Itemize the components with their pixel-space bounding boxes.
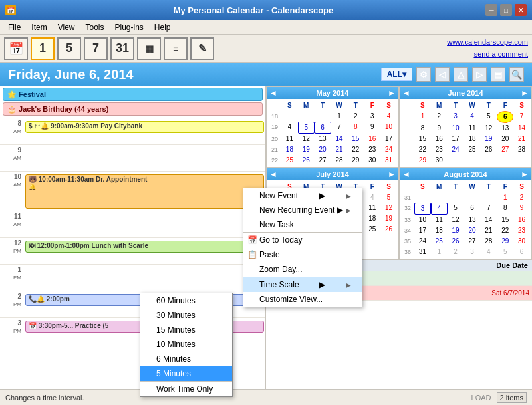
header-controls: ALL▾ ⚙ ◁ △ ▷ ▤ 🔍 — [381, 67, 524, 82]
sub-60min[interactable]: 60 Minutes — [140, 293, 232, 308]
ctx-zoom-day[interactable]: Zoom Day... — [243, 262, 362, 277]
time-row-9am: 9AM — [0, 145, 265, 172]
may-prev-btn[interactable]: ◄ — [267, 88, 280, 98]
mini-cal-july-header: ◄ July 2014 ► — [267, 168, 398, 180]
all-button[interactable]: ALL▾ — [381, 68, 412, 81]
ctx-new-task[interactable]: New Task — [243, 217, 362, 232]
menu-help[interactable]: Help — [149, 21, 176, 33]
ctx-goto-today[interactable]: 📅 Go to Today — [243, 232, 362, 247]
toolbar-grid[interactable]: ▦ — [137, 37, 161, 60]
may-row-21: 21 18 19 20 21 22 23 24 — [268, 144, 397, 155]
sub-6min[interactable]: 6 Minutes — [140, 352, 232, 366]
window-controls: ─ □ ✕ — [485, 4, 527, 16]
sub-10min[interactable]: 10 Minutes — [140, 337, 232, 352]
toolbar-month[interactable]: 31 — [110, 37, 134, 60]
june-title: June 2014 — [413, 89, 518, 97]
current-date: Friday, June 6, 2014 — [8, 67, 134, 82]
june-row-2: 8 9 10 11 12 13 14 — [401, 123, 530, 134]
website-link[interactable]: www.calendarscope.com — [447, 37, 528, 49]
festival-event[interactable]: 🌟 Festival — [3, 88, 263, 101]
today-cell[interactable]: 6 — [497, 111, 513, 123]
july-next-btn[interactable]: ► — [385, 170, 398, 179]
june-prev-btn[interactable]: ◄ — [400, 88, 413, 98]
menu-view[interactable]: View — [53, 21, 80, 33]
sub-5min[interactable]: 5 Minutes — [140, 366, 232, 381]
mini-cal-june-header: ◄ June 2014 ► — [400, 87, 531, 99]
mini-cal-may-header: ◄ May 2014 ► — [267, 87, 398, 99]
toolbar-day1[interactable]: 1 — [31, 37, 55, 60]
titlebar: 📅 My Personal Calendar - Calendarscope ─… — [0, 0, 532, 20]
ctx-new-recurring[interactable]: New Recurring Event ▶ — [243, 203, 362, 217]
date-header: Friday, June 6, 2014 ALL▾ ⚙ ◁ △ ▷ ▤ 🔍 — [0, 63, 532, 86]
time-row-11am: 11AM — [0, 211, 265, 238]
ctx-time-scale[interactable]: Time Scale ▶ — [243, 277, 362, 292]
task-due-backup: Sat 6/7/2014 — [476, 289, 529, 297]
maximize-button[interactable]: □ — [500, 4, 512, 16]
may-grid: S M T W T F S 18 1 2 — [267, 99, 398, 167]
time-row-12pm: 12PM 🍽 12:00pm-1:00pm Lunch with Scarle — [0, 238, 265, 265]
all-day-events: 🌟 Festival 🎂 Jack's Birthday (44 years) — [0, 86, 265, 118]
menu-file[interactable]: File — [3, 21, 26, 33]
ctx-new-event[interactable]: New Event ▶ — [243, 188, 362, 203]
toolbar-today[interactable]: 📅 — [4, 37, 28, 60]
time-content-10: 🐻 10:00am-11:30am Dr. Appointment🔔 — [24, 172, 265, 211]
goto-icon: 📅 — [247, 235, 257, 245]
june-next-btn[interactable]: ► — [518, 88, 531, 98]
time-content-11 — [24, 211, 265, 237]
timescale-submenu: 60 Minutes 30 Minutes 15 Minutes 10 Minu… — [140, 293, 233, 397]
toolbar-edit[interactable]: ✎ — [190, 37, 214, 60]
menu-item[interactable]: Item — [26, 21, 52, 33]
aug-grid: S M T W T F S 31 — [400, 180, 531, 259]
paste-icon: 📋 — [247, 250, 257, 259]
june-row-3: 15 16 17 18 19 20 21 — [401, 134, 530, 144]
june-header-row: S M T W T F S — [401, 100, 530, 111]
nav-icon-btn[interactable]: △ — [454, 67, 468, 82]
prev-icon-btn[interactable]: ◁ — [435, 67, 450, 82]
dr-appointment-event[interactable]: 🐻 10:00am-11:30am Dr. Appointment🔔 — [25, 174, 264, 209]
time-label-10: 10AM — [0, 172, 24, 211]
july-prev-btn[interactable]: ◄ — [267, 170, 280, 179]
minimize-button[interactable]: ─ — [485, 4, 497, 16]
settings-icon-btn[interactable]: ⚙ — [416, 67, 431, 82]
items-count: 2 items — [497, 392, 527, 403]
may-header-row: S M T W T F S — [268, 100, 397, 111]
ctx-paste[interactable]: 📋 Paste — [243, 247, 362, 262]
june-row-4: 22 23 24 25 26 27 28 — [401, 144, 530, 155]
logo-text: LOAD — [471, 394, 491, 402]
may-next-btn[interactable]: ► — [385, 88, 398, 98]
close-button[interactable]: ✕ — [515, 4, 527, 16]
aug-title: August 2014 — [413, 170, 518, 178]
toolbar-list[interactable]: ≡ — [164, 37, 188, 60]
pay-event[interactable]: $ ↑↑🔔 9:00am-9:30am Pay Citybank — [25, 121, 264, 133]
time-content-9 — [24, 145, 265, 171]
search-icon-btn[interactable]: 🔍 — [509, 67, 524, 82]
lunch-event[interactable]: 🍽 12:00pm-1:00pm Lunch with Scarle — [25, 241, 264, 253]
view-icon-btn[interactable]: ▤ — [491, 67, 505, 82]
toolbar-links: www.calendarscope.com send a comment — [447, 37, 528, 60]
sub-30min[interactable]: 30 Minutes — [140, 308, 232, 323]
mini-cal-may: ◄ May 2014 ► S M T W T F S — [266, 86, 399, 168]
menu-plugins[interactable]: Plug-ins — [110, 21, 149, 33]
time-label-9: 9AM — [0, 145, 24, 171]
time-label-8: 8AM — [0, 118, 24, 144]
toolbar-day7[interactable]: 7 — [84, 37, 108, 60]
aug-prev-btn[interactable]: ◄ — [400, 170, 413, 179]
mini-cal-june: ◄ June 2014 ► S M T W T F S — [399, 86, 532, 168]
time-row-1pm: 1PM — [0, 265, 265, 291]
time-row-10am: 10AM 🐻 10:00am-11:30am Dr. Appointment🔔 — [0, 172, 265, 211]
comment-link[interactable]: send a comment — [447, 49, 528, 61]
time-label-3: 3PM — [0, 318, 24, 344]
birthday-event[interactable]: 🎂 Jack's Birthday (44 years) — [3, 102, 263, 116]
time-label-1: 1PM — [0, 265, 24, 291]
sub-work-time[interactable]: Work Time Only — [140, 381, 232, 396]
statusbar-right: LOAD 2 items — [471, 392, 527, 403]
aug-next-btn[interactable]: ► — [518, 170, 531, 179]
june-row-1: 1 2 3 4 5 6 7 — [401, 111, 530, 123]
toolbar-day5[interactable]: 5 — [57, 37, 81, 60]
time-label-2: 2PM — [0, 291, 24, 317]
next-icon-btn[interactable]: ▷ — [472, 67, 487, 82]
ctx-customize-view[interactable]: Customize View... — [243, 292, 362, 307]
mini-cal-august: ◄ August 2014 ► S M T W T F S — [399, 168, 532, 259]
sub-15min[interactable]: 15 Minutes — [140, 323, 232, 337]
menu-tools[interactable]: Tools — [80, 21, 109, 33]
